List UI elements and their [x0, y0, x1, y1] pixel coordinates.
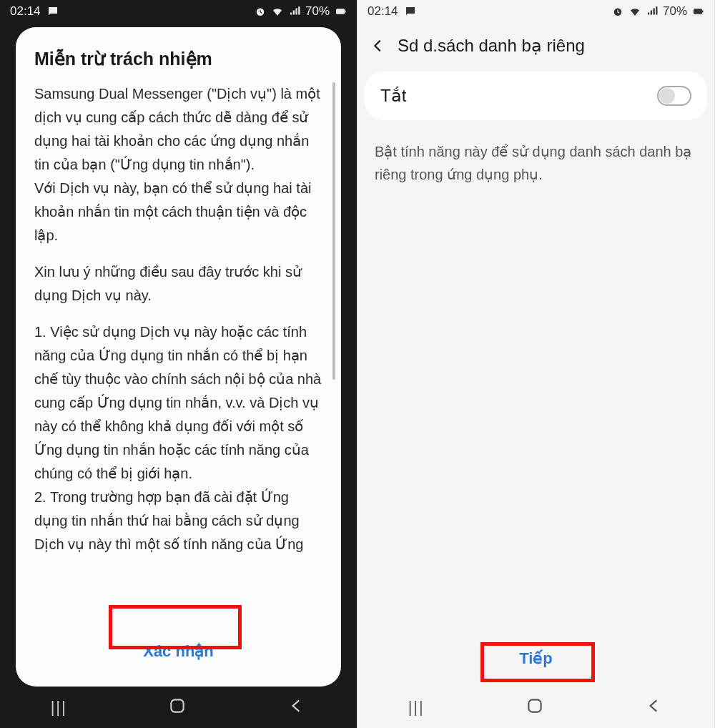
battery-icon [334, 5, 347, 18]
wifi-icon [628, 5, 641, 18]
phone-left: 02:14 70% Miễn trừ trách nhiệm Sa [0, 0, 358, 728]
battery-icon [691, 5, 704, 18]
dialog-footer: Xác nhận [16, 624, 341, 678]
signal-icon [646, 5, 659, 18]
svg-rect-2 [345, 11, 346, 13]
wifi-icon [271, 5, 284, 18]
settings-title: Sd d.sách danh bạ riêng [398, 36, 585, 56]
status-battery-text: 70% [305, 4, 330, 19]
svg-rect-3 [171, 699, 183, 712]
disclaimer-dialog: Miễn trừ trách nhiệm Samsung Dual Messen… [16, 27, 341, 687]
status-bar: 02:14 70% [0, 0, 357, 23]
nav-bar: ||| [358, 687, 714, 728]
toggle-row[interactable]: Tắt [365, 72, 707, 120]
next-button[interactable]: Tiếp [483, 636, 588, 681]
nav-back-button[interactable] [287, 697, 306, 718]
nav-home-button[interactable] [168, 697, 187, 718]
nav-recent-button[interactable]: ||| [51, 698, 67, 717]
svg-rect-1 [336, 9, 345, 14]
nav-bar: ||| [0, 687, 357, 728]
settings-header: Sd d.sách danh bạ riêng [358, 23, 714, 72]
dialog-body-wrap: Samsung Dual Messenger ("Dịch vụ") là mộ… [16, 82, 341, 624]
toggle-switch[interactable] [657, 86, 691, 106]
nav-recent-button[interactable]: ||| [408, 698, 425, 717]
scrollbar[interactable] [332, 82, 335, 380]
phone-right: 02:14 70% Sd d.sách dan [358, 0, 715, 728]
settings-screen: Sd d.sách danh bạ riêng Tắt Bật tính năn… [358, 23, 714, 687]
signal-icon [288, 5, 301, 18]
dialog-title: Miễn trừ trách nhiệm [16, 49, 341, 82]
nav-home-button[interactable] [526, 697, 544, 718]
confirm-button[interactable]: Xác nhận [114, 632, 242, 671]
svg-rect-5 [694, 9, 702, 14]
status-battery-text: 70% [663, 4, 687, 19]
settings-description: Bật tính năng này để sử dụng danh sách d… [358, 120, 714, 206]
dialog-body[interactable]: Samsung Dual Messenger ("Dịch vụ") là mộ… [16, 82, 341, 624]
chat-icon [46, 5, 59, 18]
dialog-paragraph: Xin lưu ý những điều sau đây trước khi s… [34, 260, 322, 308]
back-button[interactable] [370, 38, 386, 54]
status-time: 02:14 [10, 4, 41, 19]
status-bar: 02:14 70% [358, 0, 714, 23]
dialog-paragraph: Samsung Dual Messenger ("Dịch vụ") là mộ… [34, 82, 322, 247]
nav-back-button[interactable] [645, 697, 664, 718]
status-time: 02:14 [368, 4, 398, 19]
svg-rect-7 [528, 699, 541, 712]
alarm-icon [254, 5, 267, 18]
alarm-icon [611, 5, 624, 18]
chat-icon [404, 5, 417, 18]
dialog-paragraph: 1. Việc sử dụng Dịch vụ này hoặc các tín… [34, 320, 322, 556]
toggle-label: Tắt [380, 86, 406, 106]
svg-rect-6 [702, 11, 704, 13]
